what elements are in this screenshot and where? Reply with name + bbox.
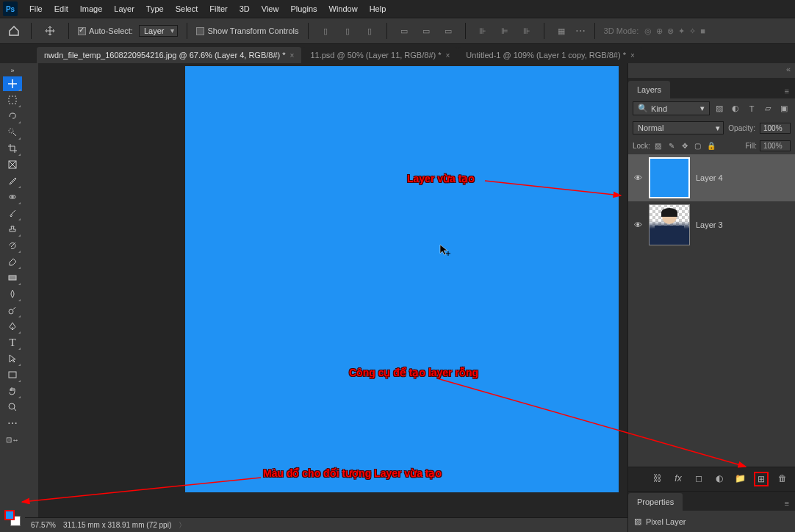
ps-logo: Ps: [3, 1, 18, 16]
layer-row[interactable]: 👁 Layer 3: [628, 201, 795, 248]
layer-row[interactable]: 👁 Layer 4: [628, 154, 795, 201]
document-dimensions[interactable]: 311.15 mm x 318.91 mm (72 ppi): [63, 521, 171, 529]
menu-plugins[interactable]: Plugins: [284, 0, 323, 18]
show-transform-checkbox[interactable]: Show Transform Controls: [196, 26, 298, 35]
eyedropper-tool[interactable]: [3, 173, 22, 188]
pen-tool[interactable]: [3, 319, 22, 334]
auto-select-checkbox[interactable]: Auto-Select:: [78, 26, 133, 35]
menu-window[interactable]: Window: [323, 0, 364, 18]
path-select-tool[interactable]: [3, 351, 22, 366]
layer-group-icon[interactable]: 📁: [733, 472, 747, 485]
home-button[interactable]: [6, 23, 22, 39]
gradient-tool[interactable]: [3, 270, 22, 285]
align-more-icon[interactable]: ⋯: [575, 25, 586, 37]
lasso-tool[interactable]: [3, 109, 22, 123]
layers-tab[interactable]: Layers: [628, 81, 670, 98]
move-tool-icon: [40, 24, 60, 38]
opacity-input[interactable]: 100%: [760, 123, 791, 134]
distribute-spacing-icon[interactable]: ⊪: [519, 23, 535, 39]
close-tab-icon[interactable]: ×: [290, 51, 295, 60]
filter-shape-icon[interactable]: ▱: [761, 102, 774, 115]
menu-select[interactable]: Select: [170, 0, 204, 18]
menu-3d[interactable]: 3D: [234, 0, 256, 18]
panel-menu-icon[interactable]: ≡: [779, 496, 795, 511]
filter-kind-select[interactable]: 🔍Kind▾: [633, 101, 710, 115]
align-left-icon[interactable]: ▯: [317, 23, 334, 39]
foreground-swatch[interactable]: [4, 510, 15, 520]
fill-input[interactable]: 100%: [760, 140, 791, 151]
align-top-icon[interactable]: ▭: [396, 23, 412, 39]
align-center-v-icon[interactable]: ▭: [418, 23, 434, 39]
brush-tool[interactable]: [3, 206, 22, 220]
hand-tool[interactable]: [3, 384, 22, 398]
status-chevron-icon[interactable]: 〉: [179, 520, 186, 531]
filter-type-icon[interactable]: T: [745, 102, 758, 115]
lock-position-icon[interactable]: ✥: [680, 141, 690, 151]
menu-filter[interactable]: Filter: [204, 0, 233, 18]
menu-file[interactable]: File: [24, 0, 48, 18]
lock-artboard-icon[interactable]: ▢: [693, 141, 703, 151]
layer-thumbnail[interactable]: [649, 204, 690, 245]
align-to-icon[interactable]: ▦: [553, 23, 569, 39]
tab-active[interactable]: nwdn_file_temp_1608220954216.jpg @ 67.6%…: [37, 47, 301, 63]
visibility-icon[interactable]: 👁: [633, 173, 643, 182]
blend-mode-select[interactable]: Normal: [633, 121, 724, 134]
align-right-icon[interactable]: ▯: [361, 23, 378, 39]
tab-1[interactable]: 11.psd @ 50% (Layer 11, RGB/8#) *×: [303, 47, 457, 63]
layer-fx-icon[interactable]: fx: [672, 472, 685, 485]
close-tab-icon[interactable]: ×: [446, 51, 450, 60]
quick-select-tool[interactable]: [3, 125, 22, 140]
auto-select-target[interactable]: Layer: [139, 25, 179, 37]
distribute-v-icon[interactable]: ⊫: [497, 23, 513, 39]
healing-tool[interactable]: [3, 190, 22, 204]
layer-thumbnail[interactable]: [649, 157, 690, 198]
frame-tool[interactable]: [3, 157, 22, 172]
stamp-tool[interactable]: [3, 222, 22, 237]
eraser-tool[interactable]: [3, 254, 22, 269]
menu-image[interactable]: Image: [74, 0, 109, 18]
lock-image-icon[interactable]: ✎: [666, 141, 677, 151]
zoom-tool[interactable]: [3, 400, 22, 414]
layer-name[interactable]: Layer 3: [696, 220, 723, 229]
blur-tool[interactable]: [3, 287, 22, 301]
filter-adjust-icon[interactable]: ◐: [729, 102, 742, 115]
collapse-toolbar-icon[interactable]: »: [3, 66, 22, 75]
shape-tool[interactable]: [3, 367, 22, 382]
document-canvas[interactable]: [185, 66, 619, 492]
link-layers-icon[interactable]: ⛓: [651, 472, 664, 485]
collapse-panel-icon[interactable]: «: [786, 65, 791, 76]
canvas-area[interactable]: [38, 63, 627, 532]
history-brush-tool[interactable]: [3, 238, 22, 253]
filter-pixel-icon[interactable]: ▨: [713, 102, 726, 115]
align-bottom-icon[interactable]: ▭: [440, 23, 456, 39]
filter-smart-icon[interactable]: ▣: [777, 102, 791, 115]
visibility-icon[interactable]: 👁: [633, 220, 643, 229]
dodge-tool[interactable]: [3, 303, 22, 317]
edit-toolbar-icon[interactable]: ⊡↔: [3, 432, 22, 447]
align-center-h-icon[interactable]: ▯: [339, 23, 356, 39]
new-layer-icon[interactable]: ⊞: [754, 472, 769, 486]
tab-2[interactable]: Untitled-1 @ 109% (Layer 1 copy, RGB/8#)…: [458, 47, 641, 63]
properties-tab[interactable]: Properties: [628, 493, 683, 511]
move-tool[interactable]: [3, 76, 22, 91]
adjustment-layer-icon[interactable]: ◐: [713, 472, 726, 485]
crop-tool[interactable]: [3, 141, 22, 156]
lock-all-icon[interactable]: 🔒: [706, 141, 716, 151]
layer-name[interactable]: Layer 4: [696, 173, 723, 182]
menu-layer[interactable]: Layer: [108, 0, 140, 18]
layer-mask-icon[interactable]: ◻: [692, 472, 705, 485]
type-tool[interactable]: T: [3, 335, 22, 350]
lock-transparent-icon[interactable]: ▨: [653, 141, 663, 151]
menu-view[interactable]: View: [256, 0, 285, 18]
panel-menu-icon[interactable]: ≡: [779, 84, 795, 98]
close-tab-icon[interactable]: ×: [630, 51, 635, 60]
delete-layer-icon[interactable]: 🗑: [776, 472, 789, 485]
zoom-level[interactable]: 67.57%: [31, 521, 56, 529]
menu-help[interactable]: Help: [364, 0, 392, 18]
menu-edit[interactable]: Edit: [48, 0, 74, 18]
color-swatches[interactable]: [4, 510, 21, 526]
distribute-h-icon[interactable]: ⊪: [475, 23, 491, 39]
toolbar-more-icon[interactable]: ⋯: [3, 416, 22, 431]
marquee-tool[interactable]: [3, 93, 22, 107]
menu-type[interactable]: Type: [140, 0, 170, 18]
